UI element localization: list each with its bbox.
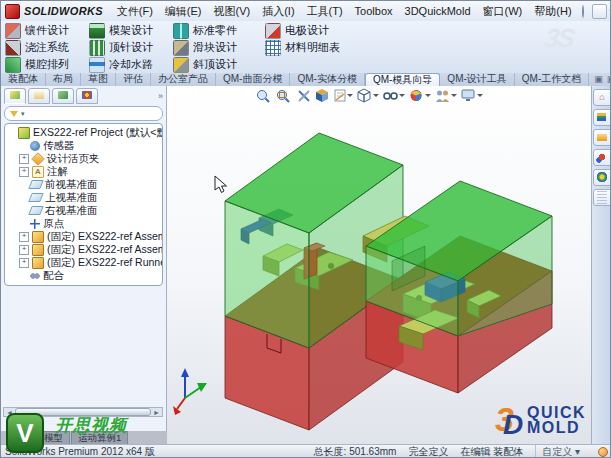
tab-office-products[interactable]: 办公室产品 — [151, 73, 216, 86]
tab-qm-mold-wizard[interactable]: QM-模具向导 — [365, 73, 440, 86]
quickmold-logo-line2: MOLD — [527, 419, 580, 436]
tree-item-project-root[interactable]: EXS222-ref Project (默认<默认_显示状 — [7, 126, 162, 139]
more-tabs-chevron-icon[interactable]: » — [158, 91, 163, 101]
feature-tree-tab[interactable] — [4, 88, 26, 104]
button-label: 模架设计 — [109, 23, 153, 38]
tab-layout[interactable]: 布局 — [46, 73, 81, 86]
tree-item-right-plane[interactable]: 右视基准面 — [7, 204, 162, 217]
tab-qm-work-docs[interactable]: QM-工作文档 — [515, 73, 589, 86]
ejector-pin-icon — [89, 40, 105, 56]
tree-filter-box[interactable]: ▾ — [4, 106, 163, 121]
cavity-layout-button[interactable]: 模腔排列 — [5, 57, 89, 73]
standard-parts-button[interactable]: 标准零件 — [173, 23, 265, 39]
quickmold-toolbar: 镶件设计 模架设计 标准零件 电极设计 浇注系统 顶针设计 滑块设计 材料明细表… — [1, 21, 611, 74]
tree-item-runner-1[interactable]: (固定) EXS222-ref Runner<1> (默认 — [7, 256, 162, 269]
tree-item-assembly-1[interactable]: (固定) EXS222-ref Assembly<1> (默 — [7, 230, 162, 243]
status-sphere-icon[interactable] — [598, 447, 608, 457]
lifter-design-button[interactable]: 斜顶设计 — [173, 57, 265, 73]
component-icon — [32, 231, 44, 243]
tree-item-top-plane[interactable]: 上视基准面 — [7, 191, 162, 204]
task-pane-strip: ⌂ — [591, 86, 611, 444]
menu-bar: SOLIDWORKS 文件(F) 编辑(E) 视图(V) 插入(I) 工具(T)… — [1, 1, 611, 22]
chevron-down-icon: ▾ — [21, 110, 25, 118]
menu-edit[interactable]: 编辑(E) — [159, 2, 208, 21]
custom-properties-icon[interactable] — [593, 189, 611, 206]
tree-item-design-binder[interactable]: 设计活页夹 — [7, 152, 162, 165]
plane-icon — [28, 206, 44, 215]
menu-insert[interactable]: 插入(I) — [256, 2, 300, 21]
pin-menubar-icon[interactable] — [582, 5, 584, 18]
slider-design-button[interactable]: 滑块设计 — [173, 40, 265, 56]
app-logo: SOLIDWORKS — [1, 4, 111, 19]
menu-file[interactable]: 文件(F) — [111, 2, 159, 21]
property-manager-tab[interactable] — [28, 88, 50, 104]
expand-icon[interactable] — [19, 167, 29, 177]
expand-icon[interactable] — [19, 258, 29, 268]
tree-item-front-plane[interactable]: 前视基准面 — [7, 178, 162, 191]
tab-qm-surface-split[interactable]: QM-曲面分模 — [216, 73, 290, 86]
tree-item-assembly-2[interactable]: (固定) EXS222-ref Assembly<2> (默 — [7, 243, 162, 256]
menu-3dquickmold[interactable]: 3DQuickMold — [399, 2, 477, 21]
expand-icon[interactable] — [19, 245, 29, 255]
tree-item-label: (固定) EXS222-ref Assembly<2> (默 — [47, 243, 162, 256]
electrode-design-icon — [265, 23, 281, 39]
appearances-scenes-icon[interactable] — [593, 169, 611, 186]
insert-design-button[interactable]: 镶件设计 — [5, 23, 89, 39]
button-label: 电极设计 — [285, 23, 329, 38]
expand-icon[interactable] — [19, 232, 29, 242]
menu-view[interactable]: 视图(V) — [208, 2, 257, 21]
graphics-viewport[interactable] — [167, 86, 591, 444]
component-icon — [32, 244, 44, 256]
electrode-design-button[interactable]: 电极设计 — [265, 23, 365, 39]
filter-funnel-icon — [10, 111, 18, 117]
file-explorer-icon[interactable] — [593, 129, 611, 146]
tab-evaluate[interactable]: 评估 — [116, 73, 151, 86]
scroll-right-icon[interactable]: ► — [153, 409, 160, 416]
cooling-channel-button[interactable]: 冷却水路 — [89, 57, 173, 73]
solidworks-resources-icon[interactable]: ⌂ — [593, 89, 611, 106]
tab-assembly[interactable]: 装配体 — [1, 73, 46, 86]
document-window-controls: ▣ ▣ – □ × — [589, 73, 611, 86]
insert-design-icon — [5, 23, 21, 39]
solidworks-cube-icon — [5, 4, 20, 19]
menu-window[interactable]: 窗口(W) — [477, 2, 529, 21]
assembly-icon — [18, 127, 30, 139]
tree-item-label: 右视基准面 — [45, 204, 98, 217]
tree-item-annotations[interactable]: 注解 — [7, 165, 162, 178]
bom-button[interactable]: 材料明细表 — [265, 40, 365, 56]
total-length-label: 总长度: 501.63mm — [314, 445, 397, 458]
configuration-manager-tab[interactable] — [52, 88, 74, 104]
coordinate-triad-icon — [173, 368, 207, 415]
ejector-pin-button[interactable]: 顶针设计 — [89, 40, 173, 56]
moldbase-design-icon — [89, 23, 105, 39]
display-manager-tab[interactable] — [76, 88, 98, 104]
expand-icon[interactable] — [19, 154, 29, 164]
video-watermark-text: 开思视频 — [55, 414, 127, 437]
new-document-icon[interactable] — [592, 4, 607, 19]
plane-icon — [28, 180, 44, 189]
tree-item-label: EXS222-ref Project (默认<默认_显示状 — [33, 126, 162, 139]
tree-item-label: (固定) EXS222-ref Runner<1> (默认 — [47, 256, 162, 269]
moldbase-design-button[interactable]: 模架设计 — [89, 23, 173, 39]
panel-header-tabs: » — [1, 86, 166, 106]
menu-tools[interactable]: 工具(T) — [301, 2, 349, 21]
doc-cascade-icon[interactable]: ▣ — [594, 73, 603, 86]
tree-item-origin[interactable]: 原点 — [7, 217, 162, 230]
tree-item-sensors[interactable]: 传感器 — [7, 139, 162, 152]
mold-3d-scene[interactable] — [167, 86, 591, 444]
design-library-icon[interactable] — [593, 109, 611, 126]
tree-item-label: (固定) EXS222-ref Assembly<1> (默 — [47, 230, 162, 243]
doc-tile-icon[interactable]: ▣ — [607, 73, 611, 86]
menu-toolbox[interactable]: Toolbox — [349, 2, 399, 21]
tab-sketch[interactable]: 草图 — [81, 73, 116, 86]
feed-system-button[interactable]: 浇注系统 — [5, 40, 89, 56]
menu-help[interactable]: 帮助(H) — [528, 2, 577, 21]
tree-item-mates[interactable]: 配合 — [7, 269, 162, 282]
tab-qm-solid-split[interactable]: QM-实体分模 — [290, 73, 364, 86]
status-bar: SolidWorks Premium 2012 x64 版 总长度: 501.6… — [1, 444, 611, 458]
dassault-systemes-watermark: 3S — [543, 23, 575, 54]
view-palette-icon[interactable] — [593, 149, 611, 166]
tab-qm-design-tools[interactable]: QM-设计工具 — [440, 73, 514, 86]
button-label: 材料明细表 — [285, 40, 340, 55]
customize-status-menu[interactable]: 自定义 ▾ — [535, 445, 586, 458]
